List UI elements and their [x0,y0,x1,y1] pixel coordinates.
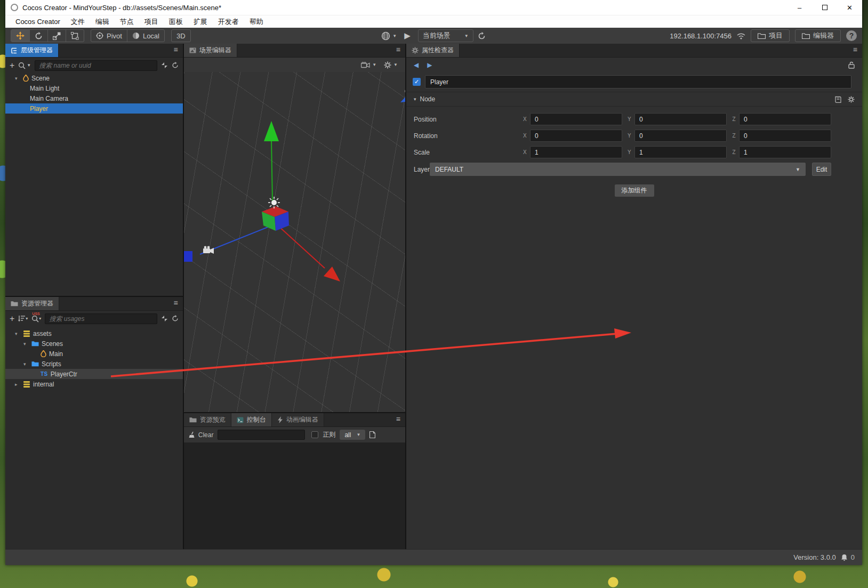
move-tool-button[interactable] [11,30,30,42]
expand-arrow-icon[interactable]: ▾ [15,76,20,81]
tab-assets[interactable]: 资源管理器 [5,297,59,310]
hierarchy-node-scene[interactable]: ▾ Scene [5,73,183,83]
scene-select-dropdown[interactable]: 当前场景 ▼ [418,29,473,42]
hierarchy-search-input[interactable] [35,60,157,71]
hierarchy-node-main-light[interactable]: Main Light [5,83,183,93]
section-collapse-arrow[interactable]: ▾ [414,96,416,102]
pivot-icon [96,32,103,39]
rotate-tool-button[interactable] [30,30,48,42]
hierarchy-panel-menu-icon[interactable]: ≡ [174,45,178,54]
light-gizmo-icon [268,197,280,208]
node-settings-gear-icon[interactable] [848,96,855,103]
asset-item-playerctr-script[interactable]: TS PlayerCtr [5,369,183,379]
asset-item-scenes-folder[interactable]: ▾ Scenes [5,339,183,349]
scale-tool-button[interactable] [48,30,66,42]
maximize-button[interactable] [812,0,837,15]
pivot-button[interactable]: Pivot [91,30,127,42]
close-button[interactable]: ✕ [837,0,862,15]
docs-icon[interactable] [835,96,841,103]
hierarchy-refresh-button[interactable] [172,62,179,69]
console-panel-menu-icon[interactable]: ≡ [396,415,400,423]
sort-assets-button[interactable]: ▾ [18,315,28,322]
collapse-all-button[interactable] [161,62,168,69]
asset-item-main-scene[interactable]: Main [5,349,183,359]
tab-animation-editor[interactable]: 动画编辑器 [272,413,324,426]
scale-x-input[interactable] [530,146,622,158]
asset-item-assets-root[interactable]: ▾ assets [5,328,183,339]
open-log-file-button[interactable] [369,431,375,438]
scene-viewport[interactable] [184,72,405,412]
axis-y-label: Y [628,116,632,123]
add-component-button[interactable]: 添加组件 [615,184,654,197]
assets-refresh-button[interactable] [172,315,179,322]
position-y-input[interactable] [634,113,727,125]
asset-item-scripts-folder[interactable]: ▾ Scripts [5,359,183,369]
menu-node[interactable]: 节点 [115,16,139,28]
lock-inspector-button[interactable] [848,61,855,69]
play-button[interactable]: ▶ [404,31,411,41]
expand-arrow-icon[interactable]: ▾ [23,361,29,367]
assets-panel-menu-icon[interactable]: ≡ [174,299,178,307]
console-filter-input[interactable] [218,430,305,440]
expand-arrow-icon[interactable]: ▸ [15,382,20,387]
node-section-header[interactable]: ▾ Node [406,92,862,107]
assets-search-input[interactable] [45,313,157,324]
folder-icon [31,361,39,367]
rect-tool-button[interactable] [66,30,84,42]
open-editor-button[interactable]: 编辑器 [795,29,841,42]
rotation-x-input[interactable] [530,130,622,142]
assets-collapse-button[interactable] [161,315,168,322]
z-axis-handle [184,251,192,262]
inspector-panel-menu-icon[interactable]: ≡ [853,45,857,54]
expand-arrow-icon[interactable]: ▾ [23,341,29,347]
node-name-input[interactable] [425,75,851,88]
console-output[interactable] [184,442,405,549]
notifications-button[interactable]: 0 [841,553,855,561]
menu-extension[interactable]: 扩展 [189,16,212,28]
minimize-button[interactable]: – [787,0,812,15]
tab-hierarchy[interactable]: 层级管理器 [5,44,59,57]
tab-inspector[interactable]: 属性检查器 [406,44,460,57]
viewport-settings-button[interactable]: ▼ [384,61,398,69]
node-active-checkbox[interactable]: ✓ [413,78,421,86]
scale-y-input[interactable] [634,146,727,158]
local-space-button[interactable]: Local [127,30,164,42]
menu-panel[interactable]: 面板 [164,16,188,28]
preview-platform-button[interactable]: ▼ [381,31,397,41]
help-button[interactable]: ? [846,30,857,41]
asset-item-internal[interactable]: ▸ internal [5,379,183,389]
3d-mode-button[interactable]: 3D [172,30,190,42]
position-z-input[interactable] [739,113,831,125]
scale-z-input[interactable] [739,146,831,158]
create-asset-button[interactable]: + [10,315,14,323]
regex-checkbox[interactable] [311,431,318,438]
rotation-y-input[interactable] [634,130,727,142]
layer-dropdown[interactable]: DEFAULT ▼ [430,163,806,176]
viewport-camera-button[interactable]: ▼ [361,62,376,68]
hierarchy-node-main-camera[interactable]: Main Camera [5,93,183,103]
history-forward-button[interactable]: ▶ [427,61,432,69]
search-type-button[interactable]: ▼ [18,62,31,69]
create-node-button[interactable]: + [10,61,14,70]
search-filter-button[interactable]: USS ▾ [31,315,41,323]
rotation-z-input[interactable] [739,130,831,142]
scene-panel-menu-icon[interactable]: ≡ [396,45,400,54]
menu-cocos-creator[interactable]: Cocos Creator [11,17,65,27]
history-back-button[interactable]: ◀ [414,61,419,69]
hierarchy-node-player[interactable]: Player [5,103,183,114]
menu-file[interactable]: 文件 [66,16,90,28]
position-x-input[interactable] [530,113,622,125]
menu-help[interactable]: 帮助 [245,16,268,28]
expand-arrow-icon[interactable]: ▾ [15,331,20,336]
clear-console-button[interactable]: Clear [189,431,214,439]
open-project-button[interactable]: 项目 [751,29,790,42]
menu-edit[interactable]: 编辑 [91,16,114,28]
layer-edit-button[interactable]: Edit [812,163,831,176]
menu-project[interactable]: 项目 [140,16,163,28]
tab-asset-preview[interactable]: 资源预览 [184,413,231,426]
log-level-dropdown[interactable]: all ▼ [340,430,365,440]
tab-scene-editor[interactable]: 场景编辑器 [184,44,237,57]
reload-button[interactable] [478,32,486,40]
tab-console[interactable]: 控制台 [231,413,272,426]
menu-developer[interactable]: 开发者 [213,16,244,28]
